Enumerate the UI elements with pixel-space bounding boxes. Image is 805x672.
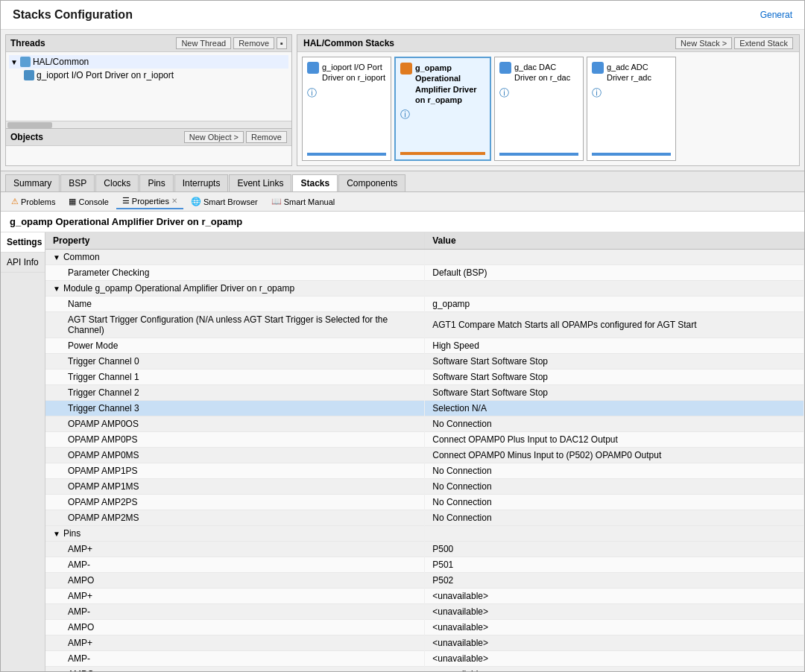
left-panel: Threads New Thread Remove ▪ ▼ HAL/Common xyxy=(5,34,292,166)
tab-problems[interactable]: ⚠ Problems xyxy=(5,194,61,209)
tab-clocks[interactable]: Clocks xyxy=(95,174,139,191)
table-row[interactable]: AMPO<unavailable> xyxy=(45,620,804,635)
card-indicator-opamp xyxy=(400,152,485,155)
threads-header: Threads New Thread Remove ▪ xyxy=(6,35,291,52)
new-object-button[interactable]: New Object > xyxy=(184,131,244,143)
table-row[interactable]: OPAMP AMP0MSConnect OPAMP0 Minus Input t… xyxy=(45,448,804,463)
card-indicator-ioport xyxy=(307,153,386,156)
content-area: Settings API Info Property Value ▼Common… xyxy=(1,232,804,671)
close-properties-icon[interactable]: ✕ xyxy=(171,197,177,205)
col-value: Value xyxy=(425,232,804,250)
smart-browser-label: Smart Browser xyxy=(203,197,258,206)
hal-common-label: HAL/Common xyxy=(33,57,89,67)
table-row: ▼Common xyxy=(45,250,804,265)
table-row: ▼Module g_opamp Operational Amplifier Dr… xyxy=(45,281,804,297)
table-row[interactable]: OPAMP AMP0OSNo Connection xyxy=(45,416,804,432)
objects-label: Objects xyxy=(10,132,43,142)
adc-icon xyxy=(592,62,604,74)
minimize-threads-button[interactable]: ▪ xyxy=(277,37,287,49)
properties-icon: ☰ xyxy=(122,196,130,206)
table-row[interactable]: AMP-P501 xyxy=(45,557,804,573)
table-row[interactable]: AMPO<unavailable> xyxy=(45,667,804,672)
table-row[interactable]: OPAMP AMP1MSNo Connection xyxy=(45,479,804,495)
opamp-info-icon[interactable]: ⓘ xyxy=(400,108,485,121)
g-ioport-label: g_ioport I/O Port Driver on r_ioport xyxy=(37,70,174,80)
tab-smart-manual[interactable]: 📖 Smart Manual xyxy=(265,194,341,209)
card-adc-title: g_adc ADC Driver r_adc xyxy=(607,62,671,83)
objects-section: Objects New Object > Remove xyxy=(5,129,292,166)
table-row[interactable]: OPAMP AMP2MSNo Connection xyxy=(45,510,804,526)
card-g-adc[interactable]: g_adc ADC Driver r_adc ⓘ xyxy=(587,57,676,161)
expand-arrow: ▼ xyxy=(10,58,18,66)
table-row[interactable]: AMP+<unavailable> xyxy=(45,589,804,604)
hal-cards-container: g_ioport I/O Port Driver on r_ioport ⓘ g… xyxy=(297,52,799,165)
table-row[interactable]: AGT Start Trigger Configuration (N/A unl… xyxy=(45,312,804,338)
table-row[interactable]: OPAMP AMP1PSNo Connection xyxy=(45,463,804,479)
settings-tab[interactable]: Settings xyxy=(1,232,45,253)
tab-bar: Summary BSP Clocks Pins Interrupts Event… xyxy=(1,171,804,192)
problems-label: Problems xyxy=(21,197,55,206)
title-bar: Stacks Configuration Generat xyxy=(1,1,804,30)
threads-tree: ▼ HAL/Common g_ioport I/O Port Driver on… xyxy=(6,52,291,121)
table-row[interactable]: AMPOP502 xyxy=(45,573,804,589)
remove-thread-button[interactable]: Remove xyxy=(233,37,274,49)
table-row[interactable]: Trigger Channel 3Selection N/A xyxy=(45,401,804,416)
ioport-info-icon[interactable]: ⓘ xyxy=(307,86,386,100)
tab-event-links[interactable]: Event Links xyxy=(229,174,291,191)
hal-common-tree-item[interactable]: ▼ HAL/Common xyxy=(9,55,288,69)
settings-sidebar: Settings API Info xyxy=(1,232,45,671)
new-stack-button[interactable]: New Stack > xyxy=(675,37,732,49)
console-icon: ▦ xyxy=(69,197,76,206)
bottom-toolbar: ⚠ Problems ▦ Console ☰ Properties ✕ 🌐 Sm… xyxy=(1,192,804,212)
table-row[interactable]: OPAMP AMP2PSNo Connection xyxy=(45,495,804,510)
threads-scrollbar[interactable] xyxy=(6,121,291,128)
table-row: ▼Pins xyxy=(45,526,804,542)
driver-icon xyxy=(24,70,34,80)
adc-info-icon[interactable]: ⓘ xyxy=(592,86,671,100)
table-row[interactable]: Trigger Channel 1Software Start Software… xyxy=(45,370,804,385)
table-row[interactable]: AMP+P500 xyxy=(45,542,804,557)
extend-stack-button[interactable]: Extend Stack xyxy=(734,37,793,49)
table-row[interactable]: Trigger Channel 0Software Start Software… xyxy=(45,354,804,370)
table-row[interactable]: AMP-<unavailable> xyxy=(45,651,804,667)
hal-header: HAL/Common Stacks New Stack > Extend Sta… xyxy=(297,35,799,52)
tab-console[interactable]: ▦ Console xyxy=(63,194,114,209)
opamp-icon xyxy=(400,63,412,75)
card-opamp-title: g_opamp Operational Amplifier Driver on … xyxy=(415,63,485,105)
objects-content xyxy=(6,146,291,165)
page-title: Stacks Configuration xyxy=(13,8,133,22)
g-ioport-tree-item[interactable]: g_ioport I/O Port Driver on r_ioport xyxy=(9,69,288,82)
tab-bsp[interactable]: BSP xyxy=(60,174,95,191)
tab-stacks[interactable]: Stacks xyxy=(292,174,338,191)
dac-info-icon[interactable]: ⓘ xyxy=(499,86,578,100)
remove-object-button[interactable]: Remove xyxy=(246,131,287,143)
tab-summary[interactable]: Summary xyxy=(5,174,60,191)
table-row[interactable]: AMP+<unavailable> xyxy=(45,635,804,651)
card-dac-title: g_dac DAC Driver on r_dac xyxy=(514,62,578,83)
hal-label: HAL/Common Stacks xyxy=(303,38,394,48)
smart-manual-icon: 📖 xyxy=(271,197,282,206)
problems-icon: ⚠ xyxy=(11,197,19,206)
new-thread-button[interactable]: New Thread xyxy=(176,37,231,49)
card-indicator-adc xyxy=(592,153,671,156)
table-row[interactable]: Trigger Channel 2Software Start Software… xyxy=(45,385,804,401)
api-info-tab[interactable]: API Info xyxy=(1,253,45,273)
card-g-ioport[interactable]: g_ioport I/O Port Driver on r_ioport ⓘ xyxy=(302,57,391,161)
tab-properties-active[interactable]: ☰ Properties ✕ xyxy=(116,194,183,209)
table-row[interactable]: Parameter CheckingDefault (BSP) xyxy=(45,265,804,281)
card-g-dac[interactable]: g_dac DAC Driver on r_dac ⓘ xyxy=(494,57,584,161)
tab-pins[interactable]: Pins xyxy=(139,174,173,191)
table-row[interactable]: AMP-<unavailable> xyxy=(45,604,804,620)
driver-title: g_opamp Operational Amplifier Driver on … xyxy=(1,212,804,232)
tab-interrupts[interactable]: Interrupts xyxy=(174,174,229,191)
table-row[interactable]: Nameg_opamp xyxy=(45,297,804,312)
threads-section: Threads New Thread Remove ▪ ▼ HAL/Common xyxy=(5,34,292,129)
card-indicator-dac xyxy=(499,153,578,156)
tab-smart-browser[interactable]: 🌐 Smart Browser xyxy=(185,194,264,209)
table-row[interactable]: Power ModeHigh Speed xyxy=(45,338,804,354)
table-row[interactable]: OPAMP AMP0PSConnect OPAMP0 Plus Input to… xyxy=(45,432,804,448)
tab-components[interactable]: Components xyxy=(338,174,405,191)
threads-label: Threads xyxy=(10,38,45,48)
generate-link[interactable]: Generat xyxy=(760,10,792,20)
card-g-opamp[interactable]: g_opamp Operational Amplifier Driver on … xyxy=(394,57,491,161)
